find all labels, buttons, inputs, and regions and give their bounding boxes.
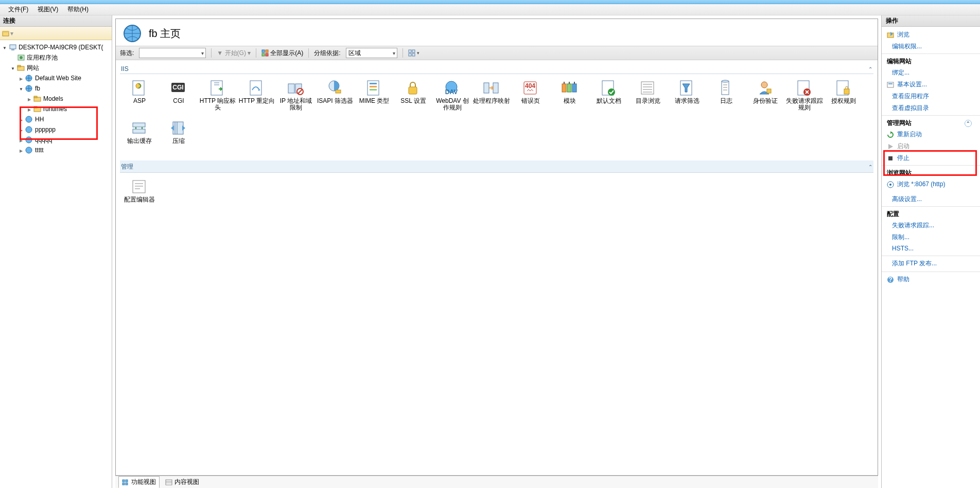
- svg-rect-78: [888, 83, 892, 84]
- feature-modules[interactable]: 模块: [550, 77, 589, 117]
- action-edit-permissions[interactable]: 编辑权限...: [882, 41, 980, 52]
- tree-arrow[interactable]: [18, 148, 25, 153]
- feature-label: 输出缓存: [126, 138, 153, 144]
- tree-node-sites[interactable]: 网站: [27, 64, 39, 73]
- feature-defaultdoc[interactable]: 默认文档: [589, 77, 628, 117]
- action-limits[interactable]: 限制...: [882, 231, 980, 243]
- tree-node-pppppp[interactable]: pppppp: [35, 126, 56, 133]
- tree-node-apppools[interactable]: 应用程序池: [27, 53, 58, 62]
- tree-node-defaultsite[interactable]: Default Web Site: [35, 75, 81, 82]
- feature-outputcache[interactable]: 输出缓存: [120, 117, 159, 157]
- collapse-icon[interactable]: ⌃: [868, 164, 872, 170]
- feature-dirbrowse[interactable]: 目录浏览: [628, 77, 668, 117]
- action-advanced-settings[interactable]: 高级设置...: [882, 193, 980, 205]
- tree-node-fb[interactable]: fb: [35, 85, 40, 92]
- filter-input[interactable]: [139, 48, 206, 58]
- action-basic-settings[interactable]: 基本设置...: [882, 79, 980, 91]
- feature-configeditor[interactable]: 配置编辑器: [120, 176, 159, 216]
- feature-label: 错误页: [520, 98, 541, 104]
- svg-point-58: [722, 80, 729, 82]
- svg-text:404: 404: [525, 82, 535, 89]
- svg-rect-70: [126, 480, 128, 482]
- action-stop[interactable]: 停止: [882, 152, 980, 164]
- outputcache-icon: [130, 119, 149, 137]
- feature-cgi[interactable]: CGICGI: [159, 77, 198, 117]
- feature-ssl[interactable]: SSL 设置: [394, 77, 433, 117]
- feature-mime[interactable]: MIME 类型: [355, 77, 394, 117]
- collapse-icon[interactable]: ⌃: [868, 66, 872, 72]
- feature-authrules[interactable]: 授权规则: [824, 77, 863, 117]
- action-view-apps[interactable]: 查看应用程序: [882, 91, 980, 102]
- globe-icon: [25, 115, 34, 123]
- action-browse[interactable]: 浏览: [882, 29, 980, 41]
- action-help[interactable]: ? 帮助: [882, 272, 980, 285]
- showall-button[interactable]: 全部显示(A): [261, 49, 303, 58]
- action-failed-request[interactable]: 失败请求跟踪...: [882, 220, 980, 231]
- group-header-mgmt[interactable]: 管理⌃: [120, 160, 873, 173]
- tree-node-root[interactable]: DESKTOP-MAI9CR9 (DESKT(: [19, 44, 103, 51]
- feature-logging[interactable]: 日志: [707, 77, 746, 117]
- action-hsts[interactable]: HSTS...: [882, 243, 980, 254]
- feature-http-resp[interactable]: HTTP 响应标头: [198, 77, 237, 117]
- feature-compression[interactable]: 压缩: [159, 117, 198, 157]
- feature-ipdomain[interactable]: IP 地址和域限制: [276, 77, 316, 117]
- feature-webdav[interactable]: DAVWebDAV 创作规则: [433, 77, 472, 117]
- tree-node-hh[interactable]: HH: [35, 116, 44, 123]
- tree-arrow[interactable]: [18, 117, 25, 122]
- action-add-ftp[interactable]: 添加 FTP 发布...: [882, 256, 980, 269]
- action-view-vdirs[interactable]: 查看虚拟目录: [882, 102, 980, 114]
- svg-rect-69: [122, 480, 125, 482]
- feature-isapi[interactable]: ISAPI 筛选器: [316, 77, 355, 117]
- action-restart[interactable]: 重新启动: [882, 129, 980, 140]
- go-button[interactable]: ▼ 开始(G) ▾: [217, 49, 251, 58]
- svg-rect-22: [266, 53, 268, 56]
- features-view-tab[interactable]: 功能视图: [118, 476, 160, 488]
- menu-help[interactable]: 帮助(H): [63, 4, 93, 15]
- feature-errorpages[interactable]: 404错误页: [511, 77, 550, 117]
- view-style-button[interactable]: ▾: [408, 49, 419, 57]
- feature-label: ISAPI 筛选器: [316, 98, 354, 104]
- actions-list: 浏览 编辑权限... 编辑网站 绑定... 基本设置... 查看应用程序 查看虚…: [882, 27, 980, 488]
- svg-rect-65: [133, 123, 145, 127]
- tree-arrow[interactable]: [18, 86, 25, 92]
- feature-failedreq[interactable]: 失败请求跟踪规则: [785, 77, 824, 117]
- connections-tree[interactable]: DESKTOP-MAI9CR9 (DESKT( 应用程序池 网站 Default…: [0, 40, 112, 488]
- action-browse-port[interactable]: 浏览 *:8067 (http): [882, 178, 980, 190]
- tree-node-models[interactable]: Models: [43, 95, 63, 102]
- tree-node-qqqqq[interactable]: qqqqq: [35, 136, 52, 143]
- tree-arrow[interactable]: [9, 65, 16, 71]
- feature-reqfilter[interactable]: 请求筛选: [668, 77, 707, 117]
- features-area: IIS⌃ ASPCGICGIHTTP 响应标头HTTP 重定向IP 地址和域限制…: [116, 60, 878, 475]
- globe-icon: [25, 84, 34, 93]
- menu-view[interactable]: 视图(V): [33, 4, 62, 15]
- feature-label: CGI: [172, 98, 185, 104]
- mime-icon: [364, 79, 384, 97]
- tree-arrow[interactable]: [18, 76, 25, 81]
- add-connection-icon[interactable]: [2, 30, 10, 37]
- feature-handler[interactable]: 处理程序映射: [472, 77, 511, 117]
- feature-label: MIME 类型: [358, 98, 391, 104]
- tree-node-runtimes[interactable]: runtimes: [43, 105, 67, 113]
- svg-rect-25: [409, 53, 411, 56]
- svg-rect-2: [10, 45, 16, 49]
- svg-rect-42: [370, 89, 377, 91]
- tree-arrow[interactable]: [26, 106, 33, 112]
- content-view-tab[interactable]: 内容视图: [162, 476, 203, 488]
- group-header-iis[interactable]: IIS⌃: [120, 63, 873, 74]
- feature-asp[interactable]: ASP: [120, 77, 159, 117]
- tree-arrow[interactable]: [18, 137, 25, 143]
- handler-icon: [482, 79, 501, 97]
- groupby-select[interactable]: 区域: [346, 48, 397, 58]
- feature-auth[interactable]: 身份验证: [746, 77, 785, 117]
- feature-http-redirect[interactable]: HTTP 重定向: [237, 77, 276, 117]
- menu-file[interactable]: 文件(F): [4, 4, 32, 15]
- tree-arrow[interactable]: [26, 96, 33, 102]
- svg-point-14: [26, 116, 32, 122]
- tree-arrow[interactable]: [18, 127, 25, 133]
- action-bindings[interactable]: 绑定...: [882, 67, 980, 79]
- expand-icon[interactable]: ⌃: [965, 120, 972, 127]
- svg-rect-3: [11, 49, 14, 50]
- filter-toolbar: 筛选: ▼ 开始(G) ▾ 全部显示(A) 分组依据: 区域 ▾: [116, 46, 878, 60]
- tree-node-ttttt[interactable]: ttttt: [35, 147, 44, 154]
- tree-arrow[interactable]: [1, 45, 8, 50]
